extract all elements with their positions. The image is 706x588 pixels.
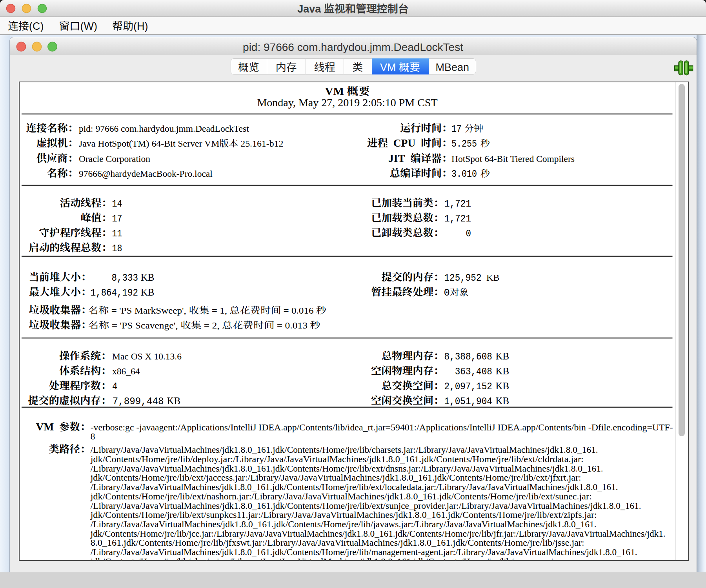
- svg-text:操作系统：: 操作系统：: [59, 350, 111, 362]
- svg-text:Mac OS X 10.13.6: Mac OS X 10.13.6: [112, 351, 182, 361]
- svg-text:11: 11: [112, 228, 122, 240]
- svg-text:连接(C): 连接(C): [8, 20, 44, 32]
- svg-text:Monday, May 27, 2019 2:05:10 P: Monday, May 27, 2019 2:05:10 PM CST: [257, 96, 437, 109]
- svg-text:7,899,448: 7,899,448: [113, 396, 164, 407]
- svg-text:/Library/Java/JavaVirtualMachi: /Library/Java/JavaVirtualMachines/jdk1.8…: [91, 463, 603, 474]
- svg-text:1,721: 1,721: [444, 198, 471, 210]
- svg-text:进程 CPU 时间：: 进程 CPU 时间：: [367, 137, 452, 149]
- svg-text:启动的线程总数：: 启动的线程总数：: [29, 242, 112, 254]
- svg-text:125,952: 125,952: [444, 272, 482, 284]
- svg-text:内存: 内存: [276, 62, 297, 73]
- svg-text:1,051,904: 1,051,904: [444, 396, 492, 407]
- svg-text:1,864,192: 1,864,192: [91, 287, 138, 299]
- svg-text:18: 18: [112, 243, 122, 254]
- svg-text:帮助(H): 帮助(H): [112, 20, 148, 32]
- svg-text:处理程序数：: 处理程序数：: [49, 380, 111, 392]
- svg-text:/Library/Java/JavaVirtualMachi: /Library/Java/JavaVirtualMachines/jdk1.8…: [91, 445, 598, 455]
- svg-text:17: 17: [112, 213, 122, 225]
- svg-text:JIT 编译器：: JIT 编译器：: [388, 152, 452, 164]
- svg-text:最大堆大小：: 最大堆大小：: [29, 286, 91, 298]
- svg-text:KB: KB: [496, 366, 509, 376]
- svg-text:分钟: 分钟: [464, 123, 483, 134]
- svg-text:jdk/Contents/Home/jre/lib/ext/: jdk/Contents/Home/jre/lib/ext/jaccess.ja…: [90, 472, 581, 483]
- svg-text:VM 概要: VM 概要: [325, 85, 370, 97]
- svg-text:秒: 秒: [480, 138, 490, 149]
- svg-text:KB: KB: [496, 396, 509, 406]
- svg-text:jdk/Contents/Home/jre/lib/jce.: jdk/Contents/Home/jre/lib/jce.jar:/Libra…: [90, 528, 666, 539]
- svg-text:运行时间：: 运行时间：: [400, 122, 452, 134]
- svg-text:类路径：: 类路径：: [49, 443, 91, 455]
- svg-text:8,388,608: 8,388,608: [444, 351, 492, 363]
- svg-text:2,097,152: 2,097,152: [444, 381, 492, 392]
- svg-text:17: 17: [451, 123, 462, 135]
- svg-text:名称 = 'PS MarkSweep', 收集 = 1, 总: 名称 = 'PS MarkSweep', 收集 = 1, 总花费时间 = 0.0…: [88, 305, 326, 316]
- svg-text:当前堆大小：: 当前堆大小：: [29, 271, 91, 283]
- svg-text:97666@hardydeMacBook-Pro.local: 97666@hardydeMacBook-Pro.local: [79, 169, 213, 179]
- svg-text:总交换空间：: 总交换空间：: [382, 380, 444, 392]
- svg-text:垃圾收集器：: 垃圾收集器：: [29, 304, 91, 316]
- svg-text:363,408: 363,408: [455, 366, 492, 377]
- svg-text:名称 = 'PS Scavenge', 收集 = 2, 总花: 名称 = 'PS Scavenge', 收集 = 2, 总花费时间 = 0.01…: [88, 320, 320, 330]
- svg-text:jdk/Contents/Home/jre/lib/plug: jdk/Contents/Home/jre/lib/plugin.jar:/Li…: [90, 556, 561, 566]
- svg-text:Java 监视和管理控制台: Java 监视和管理控制台: [297, 3, 409, 15]
- svg-text:连接名称：: 连接名称：: [26, 122, 78, 134]
- svg-text:KB: KB: [141, 272, 155, 283]
- svg-text:1,721: 1,721: [444, 213, 471, 225]
- svg-text:0对象: 0对象: [444, 287, 469, 299]
- svg-text:/Library/Java/JavaVirtualMachi: /Library/Java/JavaVirtualMachines/jdk1.8…: [91, 547, 637, 557]
- svg-text:8.0_161.jdk/Contents/Home/jre/: 8.0_161.jdk/Contents/Home/jre/lib/jfxswt…: [91, 537, 584, 548]
- svg-text:VM 概要: VM 概要: [380, 62, 420, 73]
- svg-text:Oracle Corporation: Oracle Corporation: [79, 154, 150, 164]
- svg-text:/Library/Java/JavaVirtualMachi: /Library/Java/JavaVirtualMachines/jdk1.8…: [91, 501, 641, 511]
- svg-text:KB: KB: [141, 287, 155, 298]
- svg-text:KB: KB: [167, 396, 180, 406]
- svg-text:HotSpot 64-Bit Tiered Compiler: HotSpot 64-Bit Tiered Compilers: [451, 154, 575, 164]
- svg-text:8,333: 8,333: [112, 272, 138, 284]
- svg-text:空闲物理内存：: 空闲物理内存：: [371, 365, 444, 377]
- svg-text:提交的虚拟内存：: 提交的虚拟内存：: [28, 395, 111, 407]
- svg-text:pid: 97666 com.hardydou.jmm.De: pid: 97666 com.hardydou.jmm.DeadLockTest: [79, 123, 249, 134]
- svg-text:已加装当前类：: 已加装当前类：: [371, 197, 444, 209]
- svg-text:线程: 线程: [314, 62, 335, 73]
- svg-text:总编译时间：: 总编译时间：: [390, 167, 452, 179]
- svg-text:-verbose:gc -javaagent:/Applic: -verbose:gc -javaagent:/Applications/Int…: [91, 422, 673, 432]
- svg-text:暂挂最终处理：: 暂挂最终处理：: [371, 286, 444, 298]
- svg-text:KB: KB: [486, 272, 499, 283]
- svg-text:/Library/Java/JavaVirtualMachi: /Library/Java/JavaVirtualMachines/jdk1.8…: [91, 519, 597, 529]
- svg-text:/Library/Java/JavaVirtualMachi: /Library/Java/JavaVirtualMachines/jdk1.8…: [91, 482, 618, 492]
- svg-text:pid: 97666 com.hardydou.jmm.De: pid: 97666 com.hardydou.jmm.DeadLockTest: [243, 41, 463, 53]
- svg-text:jdk/Contents/Home/jre/lib/depl: jdk/Contents/Home/jre/lib/deploy.jar:/Li…: [90, 454, 584, 464]
- svg-text:名称：: 名称：: [47, 167, 78, 179]
- svg-text:概览: 概览: [238, 62, 259, 73]
- svg-text:0: 0: [466, 228, 471, 240]
- svg-text:供应商：: 供应商：: [36, 152, 78, 164]
- svg-text:秒: 秒: [480, 169, 490, 179]
- svg-text:8: 8: [91, 431, 95, 441]
- svg-text:14: 14: [112, 198, 122, 210]
- svg-text:5.255: 5.255: [451, 138, 477, 150]
- svg-text:峰值：: 峰值：: [81, 212, 112, 224]
- svg-text:4: 4: [112, 381, 118, 392]
- svg-text:总物理内存：: 总物理内存：: [382, 350, 444, 362]
- svg-text:体系结构：: 体系结构：: [59, 365, 111, 377]
- svg-text:空闲交换空间：: 空闲交换空间：: [371, 395, 444, 407]
- svg-text:KB: KB: [496, 351, 509, 361]
- svg-text:窗口(W): 窗口(W): [59, 20, 97, 32]
- svg-text:虚拟机：: 虚拟机：: [36, 137, 78, 149]
- svg-text:活动线程：: 活动线程：: [60, 197, 112, 209]
- svg-text:类: 类: [352, 62, 363, 73]
- svg-text:VM 参数：: VM 参数：: [36, 421, 90, 433]
- svg-text:jdk/Contents/Home/jre/lib/ext/: jdk/Contents/Home/jre/lib/ext/nashorn.ja…: [90, 491, 592, 501]
- svg-text:3.010: 3.010: [451, 169, 477, 180]
- svg-text:KB: KB: [496, 381, 509, 391]
- svg-text:垃圾收集器：: 垃圾收集器：: [29, 319, 91, 331]
- svg-text:Java HotSpot(TM) 64-Bit Server: Java HotSpot(TM) 64-Bit Server VM版本 25.1…: [79, 138, 284, 149]
- svg-text:已卸载类总数：: 已卸载类总数：: [371, 227, 444, 239]
- svg-text:已加载类总数：: 已加载类总数：: [371, 212, 444, 224]
- svg-text:提交的内存：: 提交的内存：: [382, 271, 444, 283]
- svg-text:MBean: MBean: [436, 62, 469, 73]
- svg-text:守护程序线程：: 守护程序线程：: [39, 227, 112, 239]
- svg-text:x86_64: x86_64: [112, 366, 140, 376]
- svg-text:jdk/Contents/Home/jre/lib/ext/: jdk/Contents/Home/jre/lib/ext/sunpkcs11.…: [90, 510, 597, 520]
